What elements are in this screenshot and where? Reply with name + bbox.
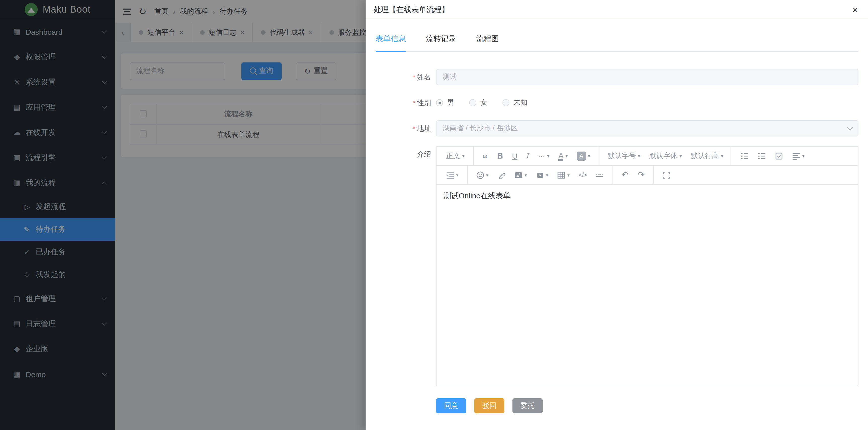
- todo-checkbox-icon: [775, 152, 783, 160]
- undo-icon: ↶: [621, 170, 629, 180]
- emoji-dropdown[interactable]: ▾: [471, 168, 493, 182]
- toolbar-separator: [473, 146, 473, 165]
- quote-icon: “: [482, 156, 488, 161]
- caret-down-icon: ▾: [486, 172, 488, 177]
- gender-label: 性别: [417, 99, 431, 107]
- indent-dropdown[interactable]: ▾: [441, 168, 463, 182]
- insert-video-dropdown[interactable]: ▾: [531, 168, 553, 182]
- radio-label: 男: [447, 98, 454, 107]
- reject-button[interactable]: 驳回: [474, 398, 504, 413]
- tab-flow-record[interactable]: 流转记录: [426, 29, 456, 51]
- blockquote-button[interactable]: “: [477, 149, 493, 163]
- italic-icon: I: [527, 151, 529, 160]
- editor-content[interactable]: 测试Online在线表单: [436, 185, 858, 386]
- toolbar-separator: [599, 146, 599, 165]
- align-dropdown[interactable]: ▾: [787, 149, 809, 163]
- form-row-gender: *性别 男 女 未知: [376, 95, 859, 111]
- required-asterisk: *: [413, 74, 415, 81]
- rich-text-editor: 正文 ▾ “ B U I ⋯ ▾: [436, 146, 859, 386]
- todo-list-button[interactable]: [770, 149, 787, 163]
- font-family-dropdown[interactable]: 默认字体 ▾: [645, 149, 686, 163]
- drawer-header: 处理【在线表单流程】 ×: [366, 0, 868, 20]
- radio-icon: [502, 99, 509, 106]
- font-size-dropdown[interactable]: 默认字号 ▾: [603, 149, 645, 163]
- emoji-icon: [476, 171, 484, 179]
- ordered-list-button[interactable]: [753, 149, 770, 163]
- insert-divider-button[interactable]: [591, 168, 608, 182]
- radio-unknown[interactable]: 未知: [502, 98, 528, 107]
- bold-button[interactable]: B: [493, 149, 507, 163]
- name-value: 测试: [442, 73, 457, 82]
- underline-button[interactable]: U: [507, 149, 522, 163]
- gender-radio-group: 男 女 未知: [436, 95, 859, 111]
- form-row-name: *姓名 测试: [376, 69, 859, 86]
- font-size-label: 默认字号: [608, 151, 636, 161]
- delegate-button[interactable]: 委托: [513, 398, 542, 413]
- toolbar-separator: [732, 146, 732, 165]
- caret-down-icon: ▾: [802, 153, 804, 159]
- insert-link-button[interactable]: [493, 168, 510, 182]
- radio-icon: [469, 99, 476, 106]
- bold-icon: B: [497, 151, 503, 161]
- redo-icon: ↷: [638, 170, 645, 180]
- form-row-intro: 介绍 正文 ▾ “ B: [376, 146, 859, 386]
- address-select[interactable]: 湖南省 / 长沙市 / 岳麓区: [436, 120, 859, 137]
- insert-image-dropdown[interactable]: ▾: [510, 168, 531, 182]
- indent-icon: [446, 171, 454, 179]
- bullet-list-button[interactable]: [736, 149, 753, 163]
- radio-female[interactable]: 女: [469, 98, 487, 107]
- radio-male[interactable]: 男: [436, 98, 454, 107]
- undo-button[interactable]: ↶: [617, 168, 633, 182]
- caret-down-icon: ▾: [638, 153, 640, 159]
- italic-button[interactable]: I: [522, 149, 534, 163]
- agree-button[interactable]: 同意: [436, 398, 466, 413]
- link-icon: [497, 171, 505, 179]
- insert-table-dropdown[interactable]: ▾: [553, 168, 574, 182]
- drawer-tabs: 表单信息 流转记录 流程图: [376, 29, 859, 52]
- close-icon[interactable]: ×: [850, 5, 860, 15]
- editor-toolbar-row2: ▾ ▾: [436, 166, 858, 185]
- tab-form-info[interactable]: 表单信息: [376, 29, 406, 51]
- bullet-list-icon: [741, 152, 749, 160]
- required-asterisk: *: [413, 99, 415, 107]
- caret-down-icon: ▾: [565, 153, 568, 159]
- paragraph-style-label: 正文: [446, 151, 460, 161]
- editor-text: 测试Online在线表单: [443, 191, 511, 200]
- name-field[interactable]: 测试: [436, 69, 859, 85]
- caret-down-icon: ▾: [525, 172, 527, 177]
- image-icon: [515, 171, 523, 179]
- toolbar-separator: [653, 165, 654, 184]
- font-color-dropdown[interactable]: A ▾: [554, 149, 572, 163]
- drawer-actions: 同意 驳回 委托: [436, 398, 859, 413]
- fullscreen-icon: [662, 171, 670, 179]
- caret-down-icon: ▾: [456, 172, 458, 177]
- caret-down-icon: ▾: [462, 153, 464, 159]
- radio-label: 女: [480, 98, 487, 107]
- caret-down-icon: ▾: [546, 172, 548, 177]
- bg-color-icon: A: [577, 151, 586, 161]
- font-color-icon: A: [558, 151, 563, 161]
- form-row-address: *地址 湖南省 / 长沙市 / 岳麓区: [376, 120, 859, 137]
- bg-color-dropdown[interactable]: A ▾: [572, 149, 595, 163]
- divider-icon: [596, 171, 604, 179]
- address-label: 地址: [417, 124, 431, 133]
- paragraph-style-dropdown[interactable]: 正文 ▾: [441, 149, 469, 163]
- more-styles-dropdown[interactable]: ⋯ ▾: [534, 149, 554, 163]
- line-height-label: 默认行高: [691, 151, 719, 161]
- caret-down-icon: ▾: [547, 153, 550, 159]
- drawer-title: 处理【在线表单流程】: [374, 5, 850, 15]
- fullscreen-button[interactable]: [658, 168, 675, 182]
- redo-button[interactable]: ↷: [633, 168, 649, 182]
- name-label: 姓名: [417, 73, 431, 81]
- intro-label: 介绍: [417, 150, 431, 158]
- code-block-button[interactable]: </>: [574, 168, 591, 182]
- toolbar-separator: [612, 165, 613, 184]
- radio-label: 未知: [514, 98, 528, 107]
- align-justify-icon: [792, 152, 800, 160]
- font-family-label: 默认字体: [649, 151, 677, 161]
- line-height-dropdown[interactable]: 默认行高 ▾: [686, 149, 728, 163]
- video-icon: [536, 171, 544, 179]
- caret-down-icon: ▾: [567, 172, 569, 177]
- drawer-body: 表单信息 流转记录 流程图 *姓名 测试 *性别: [366, 20, 868, 413]
- tab-flow-diagram[interactable]: 流程图: [476, 29, 499, 51]
